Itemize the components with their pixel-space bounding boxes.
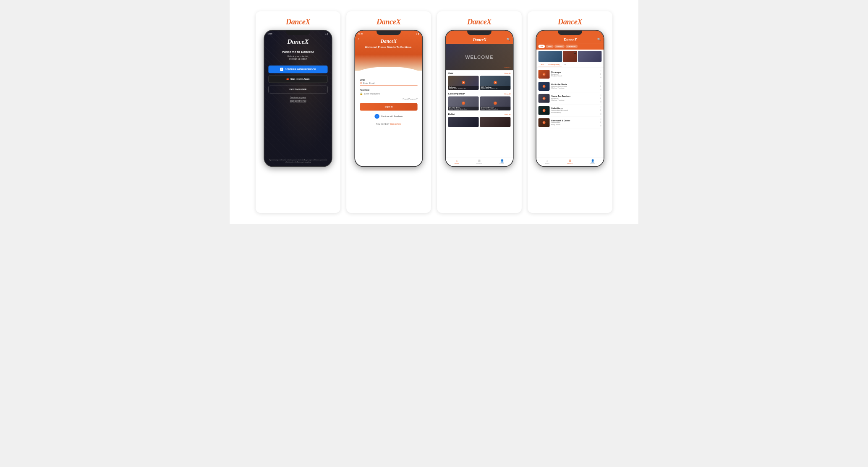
download-icon-1[interactable]: ⬇ bbox=[600, 73, 601, 75]
s3-nav: ⌂ Home ⊞ Browse 👤 Profile bbox=[446, 157, 513, 166]
add-icon-5[interactable]: ⊕ bbox=[600, 125, 601, 127]
email-input[interactable] bbox=[363, 82, 418, 84]
gallery-img-3[interactable] bbox=[578, 51, 602, 62]
star-icon-5[interactable]: ☆ bbox=[600, 118, 602, 120]
password-label: Password bbox=[360, 89, 417, 91]
s1-content: DanceX Welcome to DanceX! Unlock your po… bbox=[264, 30, 332, 166]
lock-icon: 🔒 bbox=[360, 92, 363, 95]
add-icon-2[interactable]: ⊕ bbox=[600, 88, 601, 91]
home-label-4: Home bbox=[545, 163, 549, 165]
jazz-thumb-1[interactable]: ▶ Burlesque Meghan Sanett 44 min 32 sec bbox=[448, 76, 479, 90]
contemporary-thumb-1-overlay: Hot in the Shade Chelsea Thedinga 51 min… bbox=[448, 107, 479, 110]
wifi-icon-2: ▲ bbox=[416, 33, 417, 35]
signup-here-link[interactable]: Sign up here bbox=[390, 123, 401, 125]
filter-favorites[interactable]: Favorites bbox=[565, 45, 578, 48]
tab-ballet[interactable]: Bal bbox=[562, 62, 568, 67]
time-1: 12:30 bbox=[268, 33, 272, 35]
status-icons-2: ▲ ▮ bbox=[416, 33, 419, 35]
guest-link[interactable]: Continue as guest bbox=[290, 97, 306, 99]
s3-content: WELCOME DanceX Jazz View All ▶ bbox=[446, 44, 513, 157]
search-icon-3[interactable]: 🔍 bbox=[507, 38, 510, 41]
forgot-password-link[interactable]: Forgot Password? bbox=[360, 98, 417, 100]
home-icon-4: ⌂ bbox=[546, 159, 548, 163]
download-icon-5[interactable]: ⬇ bbox=[600, 121, 601, 123]
nav-profile-3[interactable]: 👤 Profile bbox=[499, 159, 504, 165]
jazz-thumb-1-overlay: Burlesque Meghan Sanett 44 min 32 sec bbox=[448, 86, 479, 90]
existing-btn-label: EXISTING USER bbox=[290, 88, 307, 91]
list-play-5: ▶ bbox=[543, 121, 546, 124]
tab-jazz[interactable]: Jazz bbox=[539, 62, 546, 67]
list-instructor-2: Chelsea Thedinga bbox=[551, 87, 598, 89]
contemporary-title: Contemporary bbox=[448, 92, 465, 95]
phone-shell-4: DanceX 🔍 All New Recent Favorites ▶ bbox=[536, 30, 604, 167]
add-icon-1[interactable]: ⊕ bbox=[600, 76, 601, 79]
filter-all[interactable]: All bbox=[539, 45, 545, 48]
list-thumb-3[interactable]: ▶ bbox=[539, 94, 550, 102]
gallery-img-1[interactable] bbox=[539, 51, 562, 62]
list-thumb-1[interactable]: ▶ bbox=[539, 70, 550, 79]
browse-label-3: Browse bbox=[476, 163, 482, 165]
apple-signin-button[interactable]: 🍎 Sign in with Apple bbox=[268, 75, 327, 83]
profile-label-3: Profile bbox=[499, 163, 504, 165]
list-info-4: Ballet Barre Intermediate/Advanced Marti… bbox=[551, 108, 598, 113]
fb-circle-icon: f bbox=[375, 114, 380, 119]
fb-continue-row[interactable]: f Continue with Facebook bbox=[360, 114, 417, 119]
list-item-2: ▶ Hot in the Shade Beginner/Intermediate… bbox=[539, 80, 602, 92]
fb-continue-label: Continue with Facebook bbox=[381, 115, 403, 117]
filter-recent[interactable]: Recent bbox=[554, 45, 565, 48]
facebook-button[interactable]: f CONTINUE WITH FACEBOOK bbox=[268, 66, 327, 73]
contemporary-thumb-2-overlay: You're Too Precious Chelsea Thedinga 1 h… bbox=[480, 107, 510, 110]
download-icon-3[interactable]: ⬇ bbox=[600, 97, 601, 100]
star-icon-1[interactable]: ☆ bbox=[600, 69, 602, 72]
contemporary-thumb-2[interactable]: ▶ You're Too Precious Chelsea Thedinga 1… bbox=[480, 96, 510, 110]
star-icon-4[interactable]: ☆ bbox=[600, 106, 602, 108]
notch-4 bbox=[558, 30, 582, 35]
s3-hero: WELCOME DanceX bbox=[446, 44, 513, 70]
list-instructor-1: Meghan Sanett bbox=[551, 75, 598, 77]
jazz-thumb-1-meta: Meghan Sanett 44 min 32 sec bbox=[449, 88, 478, 89]
nav-home-4[interactable]: ⌂ Home bbox=[545, 159, 549, 165]
browse-icon-4: ⊞ bbox=[569, 159, 571, 163]
contemporary-thumbnails: ▶ Hot in the Shade Chelsea Thedinga 51 m… bbox=[448, 96, 511, 110]
s1-background: 12:30 ▲ ▮ DanceX Welcome to DanceX! Unlo… bbox=[264, 30, 332, 166]
tab-contemporary[interactable]: Contemporary bbox=[546, 62, 562, 67]
jazz-thumb-2[interactable]: ▶ 100% Pure Love Meghan Sanett 49 min 13… bbox=[480, 76, 510, 90]
s1-title: Welcome to DanceX! bbox=[282, 50, 314, 54]
home-icon-3: ⌂ bbox=[456, 159, 458, 163]
star-icon-2[interactable]: ☆ bbox=[600, 81, 602, 84]
star-icon-3[interactable]: ☆ bbox=[600, 94, 602, 96]
filter-new[interactable]: New bbox=[546, 45, 553, 48]
nav-browse-3[interactable]: ⊞ Browse bbox=[476, 159, 482, 165]
profile-icon-3: 👤 bbox=[500, 159, 504, 163]
ballet-thumb-2[interactable] bbox=[480, 117, 510, 127]
facebook-btn-label: CONTINUE WITH FACEBOOK bbox=[285, 68, 316, 71]
list-thumb-2[interactable]: ▶ bbox=[539, 82, 550, 91]
signup-email-link[interactable]: Sign up with email bbox=[290, 100, 306, 102]
contemporary-view-all[interactable]: View All bbox=[504, 93, 510, 95]
gallery-img-2[interactable]: ▶ bbox=[563, 51, 577, 62]
browse-icon-3: ⊞ bbox=[478, 159, 481, 163]
ballet-view-all[interactable]: View All bbox=[504, 113, 510, 115]
password-input[interactable] bbox=[364, 92, 417, 95]
add-icon-4[interactable]: ⊕ bbox=[600, 113, 601, 115]
list-thumb-4[interactable]: ▶ bbox=[539, 106, 550, 115]
s4-tabs: Jazz Contemporary Bal bbox=[536, 62, 604, 67]
list-thumb-5[interactable]: ▶ bbox=[539, 118, 550, 127]
nav-home-3[interactable]: ⌂ Home bbox=[455, 159, 459, 165]
contemporary-thumb-1[interactable]: ▶ Hot in the Shade Chelsea Thedinga 51 m… bbox=[448, 96, 479, 110]
list-item-4: ▶ Ballet Barre Intermediate/Advanced Mar… bbox=[539, 105, 602, 117]
add-icon-3[interactable]: ⊕ bbox=[600, 100, 601, 103]
jazz-view-all[interactable]: View All bbox=[504, 72, 510, 74]
ballet-thumb-1[interactable] bbox=[448, 117, 479, 127]
nav-browse-4[interactable]: ⊞ Browse bbox=[567, 159, 573, 165]
signin-button[interactable]: Sign in bbox=[360, 103, 417, 110]
list-play-3: ▶ bbox=[543, 97, 546, 100]
download-icon-2[interactable]: ⬇ bbox=[600, 85, 601, 87]
nav-profile-4[interactable]: 👤 Profile bbox=[590, 159, 595, 165]
back-button[interactable]: ‹ bbox=[358, 37, 359, 41]
search-icon-4[interactable]: 🔍 bbox=[597, 38, 601, 41]
phone-shell-3: DanceX 🔍 WELCOME DanceX bbox=[445, 30, 513, 167]
existing-user-button[interactable]: EXISTING USER bbox=[268, 86, 327, 93]
download-icon-4[interactable]: ⬇ bbox=[600, 109, 601, 112]
phone-shell-2: 12:30 ▲ ▮ ‹ DanceX Welcome! Please Sign … bbox=[354, 30, 423, 167]
